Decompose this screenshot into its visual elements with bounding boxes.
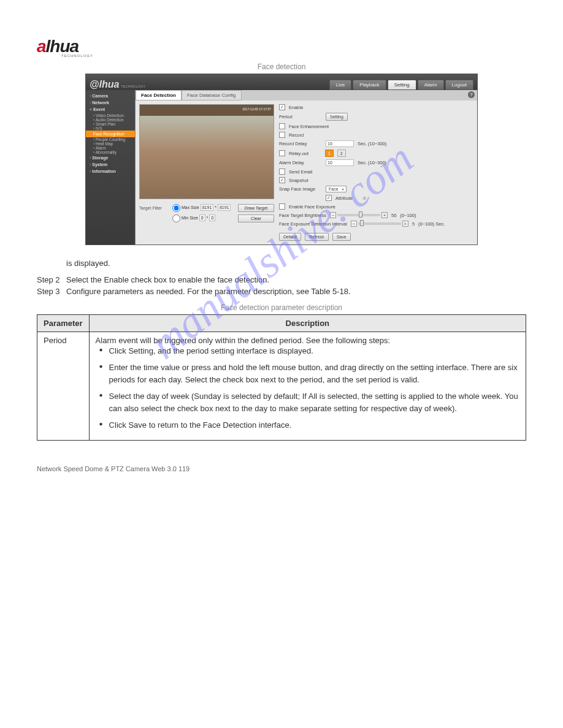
ftb-slider[interactable]: −+ bbox=[330, 212, 388, 218]
clear-button[interactable]: Clear bbox=[238, 214, 274, 222]
send-email-checkbox[interactable] bbox=[279, 169, 285, 175]
nav-live[interactable]: Live bbox=[329, 80, 352, 90]
tab-face-db-config[interactable]: Face Database Config bbox=[182, 90, 242, 100]
draw-target-button[interactable]: Draw Target bbox=[238, 204, 274, 212]
attribute-label: Attribute bbox=[335, 195, 353, 201]
face-enh-label: Face Enhancement bbox=[289, 124, 329, 129]
sidebar-audio-detection[interactable]: › Audio Detection bbox=[86, 118, 135, 122]
video-preview: 2017-12-05 17:17:57 bbox=[139, 104, 274, 199]
td-desc-period: Alarm event will be triggered only withi… bbox=[89, 332, 526, 440]
snap-face-label: Snap Face Image bbox=[279, 186, 322, 192]
th-parameter: Parameter bbox=[37, 314, 90, 332]
snapshot-label: Snapshot bbox=[289, 178, 308, 183]
th-description: Description bbox=[89, 314, 526, 332]
intro-text: is displayed. bbox=[66, 257, 526, 270]
refresh-button[interactable]: Refresh bbox=[305, 233, 329, 241]
enable-checkbox[interactable]: ✓ bbox=[279, 104, 285, 110]
min-h-input[interactable]: 0 bbox=[209, 214, 215, 221]
app-logo: @lhua bbox=[90, 79, 120, 91]
nav-playback[interactable]: Playback bbox=[353, 80, 386, 90]
ftb-value: 50 bbox=[391, 213, 396, 218]
sidebar-abnormality[interactable]: › Abnormality bbox=[86, 150, 135, 154]
send-email-label: Send Email bbox=[289, 169, 312, 175]
save-button[interactable]: Save bbox=[332, 233, 351, 241]
face-enh-checkbox[interactable] bbox=[279, 123, 285, 129]
nav-alarm[interactable]: Alarm bbox=[418, 80, 444, 90]
period-label: Period bbox=[279, 114, 322, 119]
attribute-checkbox[interactable]: ✓ bbox=[326, 195, 332, 201]
relay-1-button[interactable]: 1 bbox=[325, 150, 334, 157]
help-icon[interactable]: ? bbox=[468, 91, 475, 98]
table-title: Face detection parameter description bbox=[37, 303, 526, 312]
alarm-delay-hint: Sec. (10~300) bbox=[358, 160, 386, 165]
snapshot-checkbox[interactable]: ✓ bbox=[279, 177, 285, 183]
sidebar-event[interactable]: ▾ Event bbox=[86, 106, 135, 113]
ftb-label: Face Target Brightness bbox=[279, 213, 326, 218]
fei-value: 5 bbox=[412, 221, 415, 227]
min-w-input[interactable]: 0 bbox=[199, 214, 205, 221]
sidebar-system[interactable]: › System bbox=[86, 161, 135, 168]
record-delay-hint: Sec. (10~300) bbox=[358, 141, 386, 146]
step-3: Step 3Configure parameters as needed. Fo… bbox=[37, 287, 526, 296]
relay-out-checkbox[interactable] bbox=[279, 150, 285, 156]
page-footer: Network Speed Dome & PTZ Camera Web 3.0 … bbox=[0, 465, 563, 491]
sidebar-face-recognition[interactable]: Face Recognition bbox=[86, 131, 135, 137]
enable-label: Enable bbox=[289, 105, 303, 110]
period-setting-button[interactable]: Setting bbox=[326, 113, 348, 121]
ftb-range: (0~100) bbox=[400, 213, 416, 218]
td-param-period: Period bbox=[37, 332, 90, 440]
sidebar-information[interactable]: › Information bbox=[86, 168, 135, 175]
max-h-input[interactable]: 8191 bbox=[218, 204, 231, 211]
record-delay-label: Record Delay bbox=[279, 141, 322, 146]
sidebar: › Camera › Network ▾ Event › Video Detec… bbox=[86, 90, 135, 245]
top-nav: Live Playback Setting Alarm Logout bbox=[329, 80, 473, 90]
record-checkbox[interactable] bbox=[279, 132, 285, 138]
figure-screenshot: @lhua TECHNOLOGY Live Playback Setting A… bbox=[85, 74, 478, 245]
relay-2-button[interactable]: 2 bbox=[337, 150, 346, 157]
step-2: Step 2Select the Enable check box to ena… bbox=[37, 275, 526, 284]
sidebar-ivs[interactable]: › IVS bbox=[86, 126, 135, 131]
fei-range: (0~100) Sec. bbox=[418, 221, 445, 227]
sidebar-camera[interactable]: › Camera bbox=[86, 93, 135, 99]
sidebar-video-detection[interactable]: › Video Detection bbox=[86, 113, 135, 118]
nav-logout[interactable]: Logout bbox=[445, 80, 473, 90]
sidebar-people-counting[interactable]: › People Counting bbox=[86, 137, 135, 142]
attribute-icon[interactable]: ⊕ bbox=[362, 195, 367, 201]
target-filter-label: Target Filter bbox=[139, 206, 170, 210]
max-w-input[interactable]: 8191 bbox=[201, 204, 214, 211]
sidebar-alarm[interactable]: › Alarm bbox=[86, 146, 135, 150]
brand-logo: alhua TECHNOLOGY bbox=[37, 37, 526, 58]
sidebar-network[interactable]: › Network bbox=[86, 99, 135, 106]
tab-face-detection[interactable]: Face Detection bbox=[136, 90, 182, 100]
snap-face-select[interactable]: Face bbox=[326, 186, 347, 192]
fei-slider[interactable]: −+ bbox=[351, 221, 408, 227]
relay-out-label: Relay-out bbox=[289, 151, 308, 156]
alarm-delay-label: Alarm Delay bbox=[279, 160, 322, 165]
max-size-radio[interactable] bbox=[172, 204, 180, 212]
min-size-radio[interactable] bbox=[172, 214, 180, 222]
sidebar-storage[interactable]: › Storage bbox=[86, 154, 135, 161]
preview-timestamp: 2017-12-05 17:17:57 bbox=[243, 107, 271, 111]
enable-exp-checkbox[interactable] bbox=[279, 203, 285, 210]
default-button[interactable]: Default bbox=[279, 233, 301, 241]
param-table: Parameter Description Period Alarm event… bbox=[37, 314, 526, 441]
nav-setting[interactable]: Setting bbox=[388, 80, 416, 90]
record-delay-input[interactable]: 10 bbox=[326, 140, 354, 147]
sidebar-heat-map[interactable]: › Heat Map bbox=[86, 142, 135, 146]
sidebar-smart-plan[interactable]: › Smart Plan bbox=[86, 122, 135, 126]
alarm-delay-input[interactable]: 10 bbox=[326, 159, 354, 166]
figure-label: Face detection bbox=[37, 63, 526, 71]
enable-exp-label: Enable Face Exposure bbox=[289, 204, 335, 210]
fei-label: Face Exposure Detection Interval bbox=[279, 221, 347, 227]
record-label: Record bbox=[289, 132, 304, 138]
